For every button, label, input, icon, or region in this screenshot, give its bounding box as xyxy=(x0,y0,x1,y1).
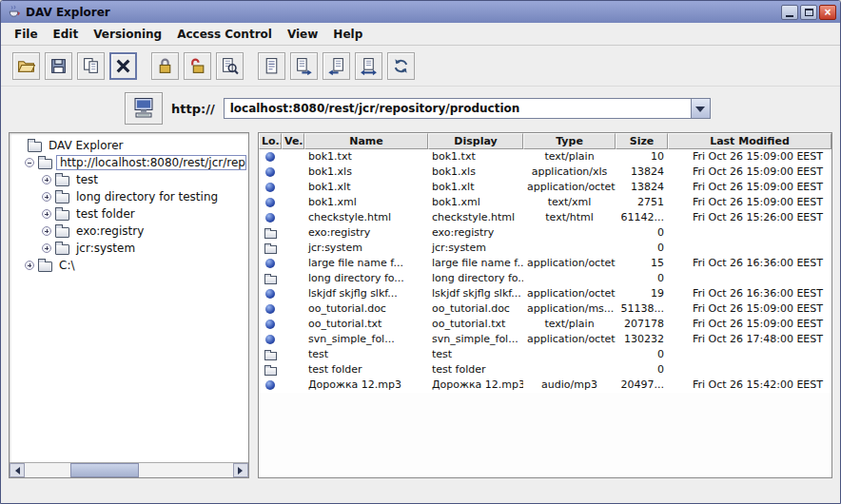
cell-display: svn_simple_fol... xyxy=(428,332,523,347)
menu-help[interactable]: Help xyxy=(325,25,370,44)
table-row[interactable]: bok1.xls bok1.xls application/xls 13824 … xyxy=(259,165,831,180)
column-header-display[interactable]: Display xyxy=(428,133,523,149)
table-row[interactable]: bok1.txt bok1.txt text/plain 10 Fri Oct … xyxy=(259,149,831,165)
file-icon xyxy=(265,259,275,268)
delete-x-icon xyxy=(114,57,132,75)
cell-last-modified: Fri Oct 26 15:09:00 EEST xyxy=(668,301,831,317)
properties-button[interactable] xyxy=(258,52,285,80)
scrollbar-track[interactable] xyxy=(25,463,233,477)
expand-toggle-icon[interactable] xyxy=(25,261,34,270)
minimize-icon xyxy=(786,15,793,17)
save-file-button[interactable] xyxy=(45,52,72,80)
connect-button[interactable] xyxy=(125,92,163,125)
cell-size: 61142... xyxy=(616,210,668,225)
table-row[interactable]: long directory fo... long directory fo..… xyxy=(259,271,831,286)
column-header-last-modified[interactable]: Last Modified xyxy=(668,133,831,149)
menu-versioning[interactable]: Versioning xyxy=(86,25,169,44)
table-row[interactable]: jcr:system jcr:system 0 xyxy=(259,241,831,256)
table-row[interactable]: large file name f... large file name f..… xyxy=(259,256,831,271)
tree-item-repository-url[interactable]: http://localhost:8080/rest/jcr/repositor… xyxy=(11,154,246,171)
checkin-button[interactable] xyxy=(290,52,318,80)
scrollbar-thumb[interactable] xyxy=(70,463,139,477)
column-header-versioned[interactable]: Ve... xyxy=(282,133,304,149)
tree-item-c-drive[interactable]: C:\ xyxy=(11,257,246,274)
version-report-icon xyxy=(360,57,378,75)
column-header-name[interactable]: Name xyxy=(304,133,428,149)
arrow-right-icon xyxy=(238,467,246,475)
cell-display: Дорожка 12.mp3 xyxy=(428,378,523,393)
column-header-size[interactable]: Size xyxy=(616,133,668,149)
column-header-lock[interactable]: Lo... xyxy=(259,133,282,149)
table-row[interactable]: checkstyle.html checkstyle.html text/htm… xyxy=(259,210,831,225)
cell-name: bok1.txt xyxy=(304,149,428,165)
dropdown-arrow-icon[interactable] xyxy=(691,99,710,118)
menu-view[interactable]: View xyxy=(280,25,325,44)
refresh-button[interactable] xyxy=(387,52,415,80)
table-row[interactable]: svn_simple_fol... svn_simple_fol... appl… xyxy=(259,332,831,347)
copy-button[interactable] xyxy=(77,52,105,80)
column-header-type[interactable]: Type xyxy=(523,133,616,149)
maximize-button[interactable] xyxy=(800,5,817,20)
tree-item-jcr-system[interactable]: jcr:system xyxy=(11,240,246,257)
folder-icon xyxy=(55,227,69,238)
menu-access-control[interactable]: Access Control xyxy=(169,25,280,44)
table-row[interactable]: exo:registry exo:registry 0 xyxy=(259,225,831,241)
table-row[interactable]: lskjdf skjflg slkf... lskjdf skjflg slkf… xyxy=(259,286,831,301)
menu-file[interactable]: File xyxy=(7,25,46,44)
folder-icon xyxy=(28,142,42,152)
delete-button[interactable] xyxy=(109,52,137,80)
cell-type: text/plain xyxy=(523,149,616,165)
file-icon xyxy=(265,335,275,344)
url-value: localhost:8080/rest/jcr/repository/produ… xyxy=(225,99,691,118)
cell-last-modified: Fri Oct 26 15:26:00 EEST xyxy=(668,210,831,225)
table-row[interactable]: test test 0 xyxy=(259,347,831,362)
url-combobox[interactable]: localhost:8080/rest/jcr/repository/produ… xyxy=(224,98,711,119)
table-row[interactable]: oo_tutorial.txt oo_tutorial.txt text/pla… xyxy=(259,317,831,332)
file-table-panel: Lo... Ve... Name Display Type Size Last … xyxy=(258,132,832,478)
expand-toggle-icon[interactable] xyxy=(42,175,51,184)
tree-horizontal-scrollbar[interactable] xyxy=(10,462,248,477)
minimize-button[interactable] xyxy=(781,5,798,20)
table-row[interactable]: Дорожка 12.mp3 Дорожка 12.mp3 audio/mp3 … xyxy=(259,378,831,393)
protocol-label: http:// xyxy=(171,102,215,116)
open-file-icon xyxy=(17,57,35,75)
cell-size: 207178 xyxy=(616,317,668,332)
cell-display: oo_tutorial.txt xyxy=(428,317,523,332)
cell-type: application/octet... xyxy=(523,180,616,195)
table-row[interactable]: bok1.xml bok1.xml text/xml 2751 Fri Oct … xyxy=(259,195,831,210)
tree-item-long-directory[interactable]: long directory for testing xyxy=(11,188,246,205)
title-bar[interactable]: DAV Explorer × xyxy=(1,1,840,23)
checkout-button[interactable] xyxy=(323,52,350,80)
file-icon xyxy=(265,183,275,192)
table-row[interactable]: test folder test folder 0 xyxy=(259,362,831,378)
cell-size: 0 xyxy=(616,225,668,241)
tree-item-exo-registry[interactable]: exo:registry xyxy=(11,223,246,240)
scroll-right-button[interactable] xyxy=(233,463,248,477)
menu-edit[interactable]: Edit xyxy=(46,25,87,44)
cell-name: lskjdf skjflg slkf... xyxy=(304,286,428,301)
expand-toggle-icon[interactable] xyxy=(42,226,51,236)
unlock-button[interactable] xyxy=(184,52,211,80)
folder-icon xyxy=(55,210,69,221)
tree-item-root[interactable]: DAV Explorer xyxy=(11,137,246,154)
table-row[interactable]: oo_tutorial.doc oo_tutorial.doc applicat… xyxy=(259,301,831,317)
file-icon xyxy=(265,380,275,390)
view-lock-info-button[interactable] xyxy=(216,52,244,80)
cell-size: 2751 xyxy=(616,195,668,210)
lock-button[interactable] xyxy=(151,52,179,80)
open-file-button[interactable] xyxy=(12,52,40,80)
table-header: Lo... Ve... Name Display Type Size Last … xyxy=(259,133,831,149)
table-row[interactable]: bok1.xlt bok1.xlt application/octet... 1… xyxy=(259,180,831,195)
cell-display: bok1.xls xyxy=(428,165,523,180)
tree-item-test-folder[interactable]: test folder xyxy=(11,205,246,223)
scroll-left-button[interactable] xyxy=(10,463,25,477)
expand-toggle-icon[interactable] xyxy=(42,192,51,202)
expand-toggle-icon[interactable] xyxy=(42,243,51,253)
cell-name: bok1.xls xyxy=(304,165,428,180)
expand-toggle-icon[interactable] xyxy=(25,158,34,167)
expand-toggle-icon[interactable] xyxy=(42,209,51,219)
tree-item-test[interactable]: test xyxy=(11,171,246,188)
close-button[interactable]: × xyxy=(819,5,836,20)
version-report-button[interactable] xyxy=(355,52,382,80)
file-icon xyxy=(265,167,275,177)
